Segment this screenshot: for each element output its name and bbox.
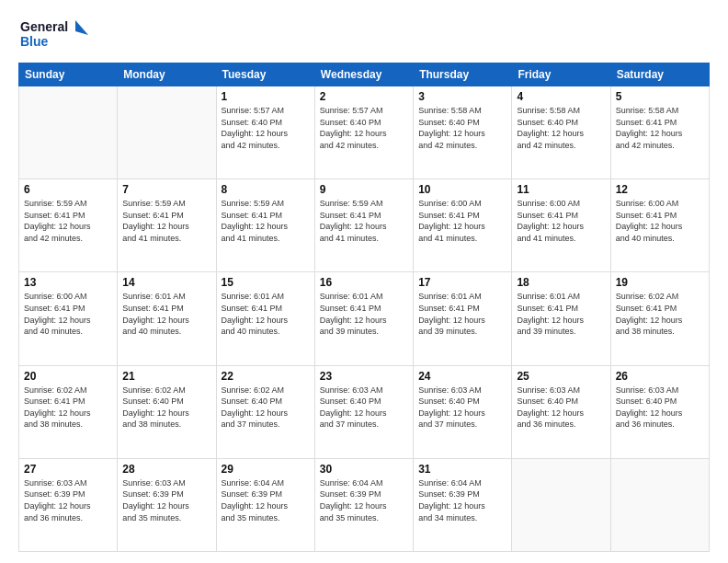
day-number: 27 — [24, 463, 112, 476]
day-number: 6 — [24, 183, 112, 196]
day-number: 7 — [122, 183, 210, 196]
day-info: Sunrise: 6:01 AM Sunset: 6:41 PM Dayligh… — [418, 291, 506, 337]
logo-icon: GeneralBlue — [18, 17, 92, 53]
svg-text:General: General — [20, 19, 68, 34]
day-info: Sunrise: 5:58 AM Sunset: 6:40 PM Dayligh… — [418, 105, 506, 151]
day-info: Sunrise: 6:00 AM Sunset: 6:41 PM Dayligh… — [616, 198, 704, 244]
calendar-cell: 19Sunrise: 6:02 AM Sunset: 6:41 PM Dayli… — [610, 272, 709, 365]
calendar-cell: 6Sunrise: 5:59 AM Sunset: 6:41 PM Daylig… — [19, 179, 118, 272]
calendar-cell: 18Sunrise: 6:01 AM Sunset: 6:41 PM Dayli… — [512, 272, 610, 365]
day-info: Sunrise: 6:00 AM Sunset: 6:41 PM Dayligh… — [517, 198, 605, 244]
calendar-cell: 13Sunrise: 6:00 AM Sunset: 6:41 PM Dayli… — [19, 272, 118, 365]
day-number: 2 — [320, 90, 408, 103]
day-number: 14 — [122, 276, 210, 289]
day-info: Sunrise: 6:01 AM Sunset: 6:41 PM Dayligh… — [517, 291, 605, 337]
day-info: Sunrise: 6:04 AM Sunset: 6:39 PM Dayligh… — [418, 477, 506, 523]
svg-marker-2 — [75, 20, 88, 35]
day-info: Sunrise: 6:03 AM Sunset: 6:40 PM Dayligh… — [418, 385, 506, 431]
day-info: Sunrise: 6:02 AM Sunset: 6:40 PM Dayligh… — [122, 385, 210, 431]
day-info: Sunrise: 5:59 AM Sunset: 6:41 PM Dayligh… — [320, 198, 408, 244]
day-info: Sunrise: 6:00 AM Sunset: 6:41 PM Dayligh… — [418, 198, 506, 244]
day-number: 20 — [24, 370, 112, 383]
day-info: Sunrise: 6:02 AM Sunset: 6:41 PM Dayligh… — [24, 385, 112, 431]
day-info: Sunrise: 6:03 AM Sunset: 6:40 PM Dayligh… — [616, 385, 704, 431]
day-number: 15 — [222, 276, 310, 289]
calendar-cell: 11Sunrise: 6:00 AM Sunset: 6:41 PM Dayli… — [512, 179, 610, 272]
calendar-cell: 29Sunrise: 6:04 AM Sunset: 6:39 PM Dayli… — [216, 458, 314, 551]
day-number: 13 — [24, 276, 112, 289]
calendar-cell: 7Sunrise: 5:59 AM Sunset: 6:41 PM Daylig… — [118, 179, 216, 272]
day-number: 17 — [418, 276, 506, 289]
calendar-cell: 12Sunrise: 6:00 AM Sunset: 6:41 PM Dayli… — [610, 179, 709, 272]
day-info: Sunrise: 5:57 AM Sunset: 6:40 PM Dayligh… — [222, 105, 310, 151]
day-info: Sunrise: 6:03 AM Sunset: 6:40 PM Dayligh… — [320, 385, 408, 431]
calendar-cell: 24Sunrise: 6:03 AM Sunset: 6:40 PM Dayli… — [414, 365, 512, 458]
calendar-header-saturday: Saturday — [610, 63, 709, 86]
day-info: Sunrise: 6:03 AM Sunset: 6:40 PM Dayligh… — [517, 385, 605, 431]
day-info: Sunrise: 6:00 AM Sunset: 6:41 PM Dayligh… — [24, 291, 112, 337]
day-number: 26 — [616, 370, 704, 383]
calendar-cell: 16Sunrise: 6:01 AM Sunset: 6:41 PM Dayli… — [314, 272, 413, 365]
day-number: 8 — [222, 183, 310, 196]
day-number: 5 — [616, 90, 704, 103]
day-number: 25 — [517, 370, 605, 383]
logo: GeneralBlue — [18, 17, 92, 53]
day-info: Sunrise: 6:01 AM Sunset: 6:41 PM Dayligh… — [122, 291, 210, 337]
day-info: Sunrise: 6:02 AM Sunset: 6:40 PM Dayligh… — [222, 385, 310, 431]
day-info: Sunrise: 6:04 AM Sunset: 6:39 PM Dayligh… — [320, 477, 408, 523]
day-number: 23 — [320, 370, 408, 383]
calendar-cell: 4Sunrise: 5:58 AM Sunset: 6:40 PM Daylig… — [512, 86, 610, 179]
day-number: 24 — [418, 370, 506, 383]
day-number: 30 — [320, 463, 408, 476]
day-info: Sunrise: 5:59 AM Sunset: 6:41 PM Dayligh… — [122, 198, 210, 244]
calendar-cell: 28Sunrise: 6:03 AM Sunset: 6:39 PM Dayli… — [118, 458, 216, 551]
day-info: Sunrise: 6:02 AM Sunset: 6:41 PM Dayligh… — [616, 291, 704, 337]
day-info: Sunrise: 6:03 AM Sunset: 6:39 PM Dayligh… — [24, 477, 112, 523]
day-info: Sunrise: 6:04 AM Sunset: 6:39 PM Dayligh… — [222, 477, 310, 523]
calendar-cell: 10Sunrise: 6:00 AM Sunset: 6:41 PM Dayli… — [414, 179, 512, 272]
day-info: Sunrise: 6:01 AM Sunset: 6:41 PM Dayligh… — [222, 291, 310, 337]
calendar-cell: 1Sunrise: 5:57 AM Sunset: 6:40 PM Daylig… — [216, 86, 314, 179]
calendar-cell: 22Sunrise: 6:02 AM Sunset: 6:40 PM Dayli… — [216, 365, 314, 458]
calendar-cell: 27Sunrise: 6:03 AM Sunset: 6:39 PM Dayli… — [19, 458, 118, 551]
day-number: 21 — [122, 370, 210, 383]
day-number: 12 — [616, 183, 704, 196]
calendar-cell: 3Sunrise: 5:58 AM Sunset: 6:40 PM Daylig… — [414, 86, 512, 179]
calendar-cell: 20Sunrise: 6:02 AM Sunset: 6:41 PM Dayli… — [19, 365, 118, 458]
day-number: 16 — [320, 276, 408, 289]
day-number: 29 — [222, 463, 310, 476]
calendar-header-wednesday: Wednesday — [314, 63, 413, 86]
calendar-cell: 30Sunrise: 6:04 AM Sunset: 6:39 PM Dayli… — [314, 458, 413, 551]
calendar-header-monday: Monday — [118, 63, 216, 86]
calendar-cell — [118, 86, 216, 179]
calendar: SundayMondayTuesdayWednesdayThursdayFrid… — [18, 63, 710, 552]
day-info: Sunrise: 5:59 AM Sunset: 6:41 PM Dayligh… — [24, 198, 112, 244]
day-number: 22 — [222, 370, 310, 383]
day-info: Sunrise: 6:01 AM Sunset: 6:41 PM Dayligh… — [320, 291, 408, 337]
svg-text:Blue: Blue — [20, 34, 49, 49]
calendar-cell — [610, 458, 709, 551]
calendar-cell — [512, 458, 610, 551]
day-number: 9 — [320, 183, 408, 196]
calendar-cell: 17Sunrise: 6:01 AM Sunset: 6:41 PM Dayli… — [414, 272, 512, 365]
page: GeneralBlue SundayMondayTuesdayWednesday… — [0, 0, 728, 563]
calendar-header-sunday: Sunday — [19, 63, 118, 86]
calendar-cell: 14Sunrise: 6:01 AM Sunset: 6:41 PM Dayli… — [118, 272, 216, 365]
calendar-header-friday: Friday — [512, 63, 610, 86]
calendar-cell: 25Sunrise: 6:03 AM Sunset: 6:40 PM Dayli… — [512, 365, 610, 458]
day-number: 10 — [418, 183, 506, 196]
calendar-cell: 9Sunrise: 5:59 AM Sunset: 6:41 PM Daylig… — [314, 179, 413, 272]
day-number: 31 — [418, 463, 506, 476]
calendar-cell — [19, 86, 118, 179]
day-info: Sunrise: 5:57 AM Sunset: 6:40 PM Dayligh… — [320, 105, 408, 151]
day-number: 4 — [517, 90, 605, 103]
calendar-cell: 26Sunrise: 6:03 AM Sunset: 6:40 PM Dayli… — [610, 365, 709, 458]
calendar-header-thursday: Thursday — [414, 63, 512, 86]
calendar-header-tuesday: Tuesday — [216, 63, 314, 86]
calendar-cell: 15Sunrise: 6:01 AM Sunset: 6:41 PM Dayli… — [216, 272, 314, 365]
day-number: 28 — [122, 463, 210, 476]
calendar-cell: 5Sunrise: 5:58 AM Sunset: 6:41 PM Daylig… — [610, 86, 709, 179]
day-number: 1 — [222, 90, 310, 103]
calendar-cell: 2Sunrise: 5:57 AM Sunset: 6:40 PM Daylig… — [314, 86, 413, 179]
day-info: Sunrise: 5:59 AM Sunset: 6:41 PM Dayligh… — [222, 198, 310, 244]
